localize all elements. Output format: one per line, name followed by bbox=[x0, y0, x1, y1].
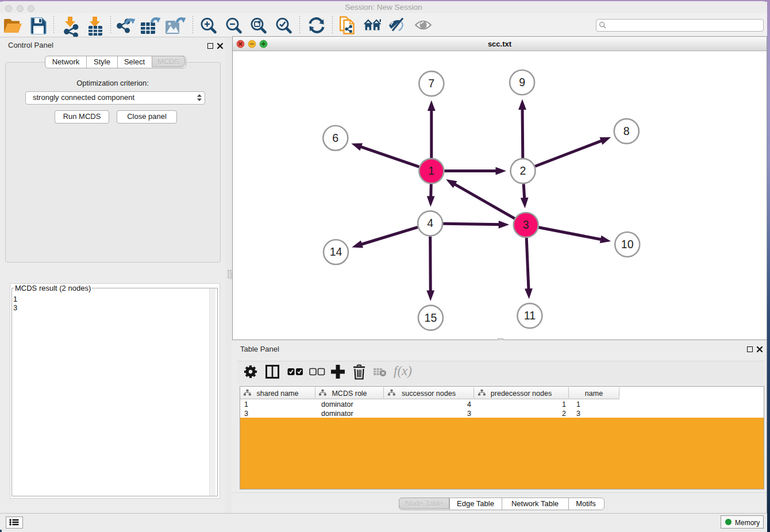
svg-text:14: 14 bbox=[330, 245, 342, 258]
svg-text:7: 7 bbox=[428, 77, 434, 90]
svg-text:6: 6 bbox=[332, 132, 338, 144]
svg-text:2: 2 bbox=[520, 164, 526, 177]
svg-text:3: 3 bbox=[523, 218, 529, 231]
svg-text:1: 1 bbox=[428, 164, 434, 177]
svg-text:11: 11 bbox=[524, 309, 536, 322]
svg-text:15: 15 bbox=[425, 311, 437, 324]
svg-text:10: 10 bbox=[621, 238, 634, 250]
svg-text:9: 9 bbox=[519, 76, 525, 88]
svg-text:8: 8 bbox=[623, 125, 630, 137]
svg-text:4: 4 bbox=[427, 217, 433, 229]
